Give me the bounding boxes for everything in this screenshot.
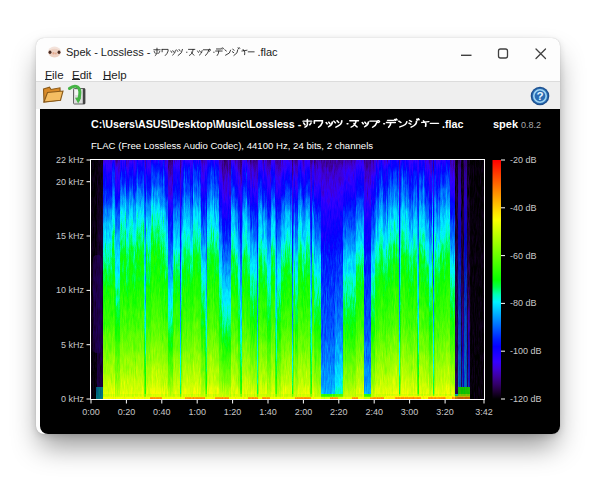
svg-text:spek: spek [493,118,519,130]
svg-text:-20 dB: -20 dB [510,155,537,165]
svg-text:1:40: 1:40 [259,407,277,417]
svg-text:-80 dB: -80 dB [510,298,537,308]
svg-text:15 kHz: 15 kHz [56,231,85,241]
svg-text:1:00: 1:00 [188,407,206,417]
svg-text:2:40: 2:40 [365,407,383,417]
svg-text:0:20: 0:20 [118,407,136,417]
svg-text:0.8.2: 0.8.2 [521,120,541,130]
svg-text:10 kHz: 10 kHz [56,285,85,295]
svg-text:0:00: 0:00 [82,407,100,417]
svg-text:.flac: .flac [442,118,463,130]
svg-text:3:42: 3:42 [475,407,493,417]
svg-text:5 kHz: 5 kHz [61,340,85,350]
svg-text:3:00: 3:00 [401,407,419,417]
svg-text:3:20: 3:20 [436,407,454,417]
svg-text:22 kHz: 22 kHz [56,155,85,165]
svg-text:?: ? [536,90,543,102]
svg-text:-100 dB: -100 dB [510,346,542,356]
svg-text:-40 dB: -40 dB [510,203,537,213]
svg-text:0:40: 0:40 [153,407,171,417]
svg-text:-120 dB: -120 dB [510,394,542,404]
svg-text:2:00: 2:00 [295,407,313,417]
svg-text:FLAC (Free Lossless Audio Code: FLAC (Free Lossless Audio Codec), 44100 … [91,140,373,151]
svg-text:2:20: 2:20 [330,407,348,417]
svg-text:1:20: 1:20 [224,407,242,417]
svg-text:0 kHz: 0 kHz [61,394,85,404]
svg-text:-60 dB: -60 dB [510,251,537,261]
svg-text:20 kHz: 20 kHz [56,177,85,187]
svg-text:C:\Users\ASUS\Desktop\Music\Lo: C:\Users\ASUS\Desktop\Music\Lossless - [91,118,302,130]
